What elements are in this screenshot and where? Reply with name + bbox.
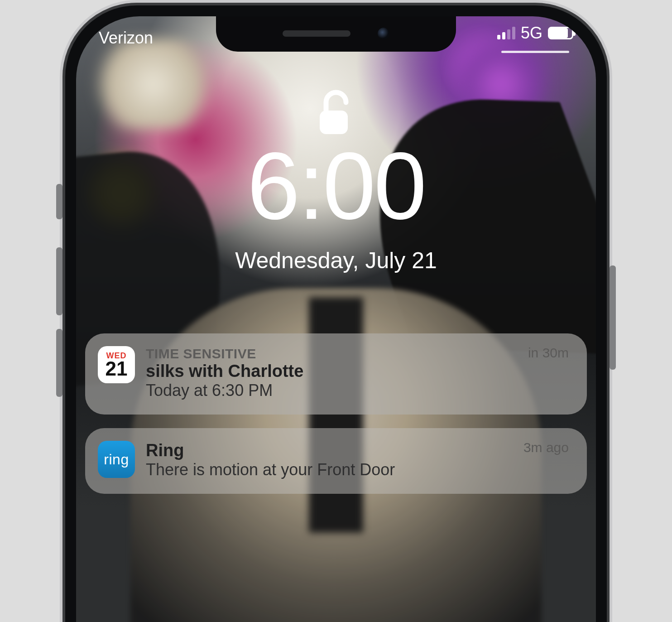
- notification-title: silks with Charlotte: [146, 362, 571, 381]
- battery-icon: [548, 27, 573, 39]
- volume-down-button[interactable]: [56, 329, 62, 397]
- notification-timestamp: 3m ago: [523, 440, 569, 455]
- notification-title: Ring: [146, 441, 571, 460]
- phone-frame: Verizon 5G 6:00 Wednes: [60, 0, 612, 622]
- notification-list: WED 21 TIME SENSITIVE silks with Charlot…: [85, 333, 587, 494]
- notification-timestamp: in 30m: [528, 345, 569, 361]
- calendar-app-icon: WED 21: [98, 346, 135, 383]
- calendar-icon-day: 21: [106, 359, 128, 379]
- status-underline: [501, 51, 569, 53]
- ring-app-icon: ring: [98, 441, 135, 478]
- network-label: 5G: [521, 24, 542, 43]
- lock-screen[interactable]: Verizon 5G 6:00 Wednes: [76, 16, 596, 622]
- wallpaper: [94, 39, 212, 130]
- status-bar: Verizon 5G: [76, 24, 596, 52]
- svg-rect-0: [320, 111, 348, 134]
- clock-date: Wednesday, July 21: [76, 247, 596, 274]
- silent-switch[interactable]: [56, 184, 62, 219]
- ring-icon-label: ring: [104, 451, 129, 468]
- power-button[interactable]: [610, 265, 616, 370]
- notification-subtitle: There is motion at your Front Door: [146, 460, 571, 479]
- notification-ring[interactable]: ring Ring There is motion at your Front …: [85, 428, 587, 494]
- notification-calendar[interactable]: WED 21 TIME SENSITIVE silks with Charlot…: [85, 333, 587, 415]
- carrier-label: Verizon: [99, 29, 153, 48]
- notification-tag: TIME SENSITIVE: [146, 346, 571, 362]
- signal-strength-icon: [497, 27, 515, 39]
- volume-up-button[interactable]: [56, 247, 62, 315]
- notification-subtitle: Today at 6:30 PM: [146, 381, 571, 400]
- clock-time: 6:00: [76, 139, 596, 234]
